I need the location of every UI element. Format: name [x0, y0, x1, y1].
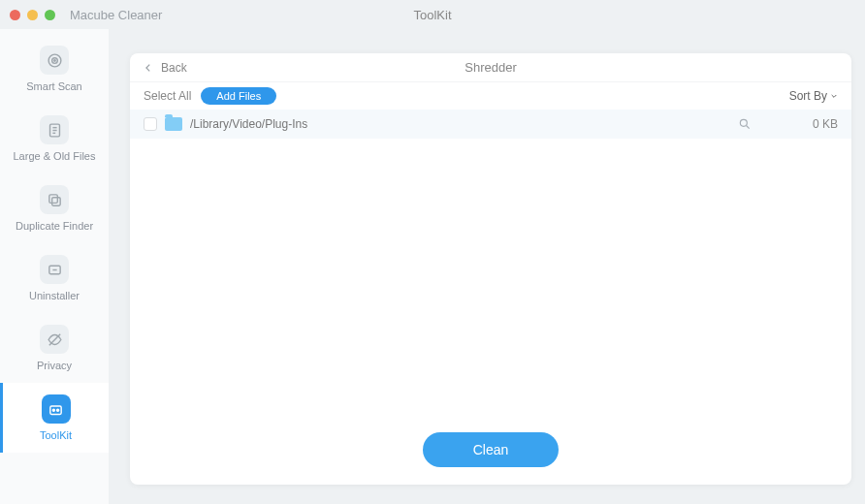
sidebar-item-smart-scan[interactable]: Smart Scan	[0, 34, 109, 104]
sidebar-item-duplicate-finder[interactable]: Duplicate Finder	[0, 173, 109, 243]
app-name: Macube Cleaner	[70, 8, 162, 22]
minimize-window-button[interactable]	[27, 10, 38, 20]
folder-icon	[165, 117, 182, 131]
toolkit-icon	[42, 394, 71, 424]
maximize-window-button[interactable]	[45, 10, 55, 20]
sidebar-item-label: Duplicate Finder	[16, 220, 93, 232]
sidebar: Smart Scan Large & Old Files Duplicate F…	[0, 29, 109, 504]
uninstall-icon	[40, 255, 69, 284]
add-files-button[interactable]: Add Files	[201, 87, 276, 105]
row-checkbox[interactable]	[144, 117, 157, 131]
privacy-icon	[40, 325, 69, 354]
file-row[interactable]: /Library/Video/Plug-Ins 0 KB	[130, 110, 851, 139]
svg-rect-12	[50, 405, 61, 414]
search-icon	[738, 117, 752, 131]
page-title: ToolKit	[413, 8, 451, 22]
svg-rect-7	[48, 194, 57, 203]
sidebar-item-label: Uninstaller	[29, 290, 80, 301]
chevron-down-icon	[830, 92, 838, 100]
sidebar-item-privacy[interactable]: Privacy	[0, 313, 109, 383]
close-window-button[interactable]	[10, 10, 20, 20]
toolbar: Select All Add Files Sort By	[130, 82, 851, 110]
target-icon	[40, 46, 69, 75]
select-all-button[interactable]: Select All	[144, 89, 191, 103]
clean-button[interactable]: Clean	[423, 432, 559, 467]
back-button[interactable]: Back	[144, 61, 187, 75]
panel-header: Back Shredder	[130, 53, 851, 82]
panel-title: Shredder	[465, 60, 516, 75]
sidebar-item-label: Smart Scan	[26, 80, 81, 92]
back-label: Back	[161, 61, 187, 75]
sidebar-item-label: Large & Old Files	[14, 150, 96, 162]
sidebar-item-label: ToolKit	[40, 429, 72, 441]
sidebar-item-label: Privacy	[37, 360, 72, 371]
file-icon	[40, 115, 69, 144]
reveal-in-finder-button[interactable]	[738, 117, 752, 131]
svg-point-2	[53, 59, 54, 60]
sort-by-label: Sort By	[789, 89, 827, 103]
svg-point-13	[52, 409, 54, 411]
sidebar-item-large-old-files[interactable]: Large & Old Files	[0, 104, 109, 173]
file-list: /Library/Video/Plug-Ins 0 KB	[130, 110, 851, 419]
chevron-left-icon	[144, 63, 153, 73]
panel-footer: Clean	[130, 419, 851, 485]
svg-line-16	[747, 126, 750, 129]
svg-point-14	[57, 409, 59, 411]
sort-by-dropdown[interactable]: Sort By	[789, 89, 838, 103]
panel: Back Shredder Select All Add Files Sort …	[130, 53, 851, 485]
svg-point-15	[740, 119, 747, 126]
svg-rect-8	[51, 197, 60, 205]
window-controls	[10, 10, 55, 20]
sidebar-item-toolkit[interactable]: ToolKit	[0, 383, 109, 453]
file-size: 0 KB	[813, 117, 838, 131]
duplicate-icon	[40, 185, 69, 214]
titlebar: Macube Cleaner ToolKit	[0, 0, 865, 29]
sidebar-item-uninstaller[interactable]: Uninstaller	[0, 243, 109, 313]
file-path: /Library/Video/Plug-Ins	[190, 117, 730, 131]
